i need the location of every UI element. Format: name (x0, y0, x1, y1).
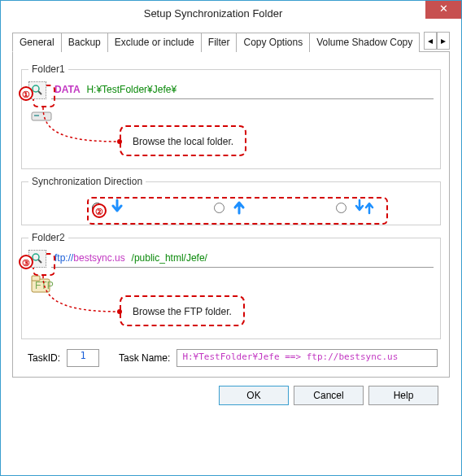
arrow-updown-icon (354, 199, 375, 215)
annotation-box-1: Browse the local folder. (120, 125, 246, 156)
sync-option-up[interactable] (210, 199, 246, 215)
taskid-input[interactable]: 1 (67, 349, 99, 367)
svg-line-2 (38, 91, 41, 94)
close-button[interactable]: ✕ (425, 1, 461, 19)
dialog-button-row: OK Cancel Help (12, 378, 450, 405)
ok-button[interactable]: OK (219, 386, 289, 405)
tab-backup[interactable]: Backup (61, 33, 108, 52)
annotation-text-1: Browse the local folder. (133, 136, 233, 147)
folder1-legend: Folder1 (28, 63, 68, 75)
tab-scroll: ◂ ▸ (424, 32, 450, 51)
annotation-marker-1: ① (19, 86, 33, 101)
dialog-window: Setup Synchronization Folder ✕ General B… (0, 0, 462, 476)
folder1-path-label: DATA (54, 84, 81, 95)
ftp-icon: FTP (30, 274, 53, 295)
arrow-up-icon (232, 199, 246, 215)
folder1-path-input[interactable]: DATA H:¥TestFolder¥Jefe¥ (51, 81, 434, 99)
sync-radio-up[interactable] (214, 203, 224, 213)
sync-option-both[interactable] (332, 199, 375, 215)
svg-line-7 (38, 260, 41, 263)
taskname-input[interactable]: H:¥TestFolder¥Jefe ==> ftp://bestsync.us (177, 349, 438, 367)
annotation-marker-3: ③ (19, 255, 33, 269)
sync-direction-group: Synchronization Direction ② (21, 176, 441, 225)
sync-radio-both[interactable] (336, 203, 346, 213)
window-title: Setup Synchronization Folder (1, 7, 425, 20)
task-row: TaskID: 1 Task Name: H:¥TestFolder¥Jefe … (28, 349, 438, 367)
annotation-marker-2: ② (92, 203, 107, 218)
folder1-path-value: H:¥TestFolder¥Jefe¥ (86, 84, 177, 95)
tab-exclude[interactable]: Exclude or include (107, 33, 202, 52)
tab-scroll-left[interactable]: ◂ (424, 32, 437, 50)
sync-direction-legend: Synchronization Direction (28, 176, 146, 187)
help-button[interactable]: Help (368, 386, 438, 405)
svg-point-1 (33, 85, 39, 92)
folder1-group: Folder1 ① DATA H:¥TestFolder¥Jefe¥ (21, 63, 441, 169)
tab-scroll-right[interactable]: ▸ (437, 32, 450, 50)
tab-filter[interactable]: Filter (201, 33, 238, 52)
svg-rect-4 (34, 115, 39, 116)
search-icon (32, 85, 43, 96)
folder2-path-scheme: ftp:// (54, 252, 73, 264)
tab-vss[interactable]: Volume Shadow Copy (309, 33, 420, 52)
folder1-path-row: DATA H:¥TestFolder¥Jefe¥ (28, 81, 434, 99)
folder2-path-path: /public_html/Jefe/ (132, 252, 207, 264)
dialog-body: General Backup Exclude or include Filter… (1, 25, 461, 415)
annotation-text-3: Browse the FTP folder. (133, 306, 232, 317)
folder2-path-row: ftp://bestsync.us /public_html/Jefe/ (28, 250, 434, 268)
tab-strip: General Backup Exclude or include Filter… (12, 32, 450, 52)
tab-panel-general: Folder1 ① DATA H:¥TestFolder¥Jefe¥ (12, 52, 450, 378)
drive-icon (30, 106, 53, 127)
arrow-down-icon (110, 199, 124, 215)
folder2-legend: Folder2 (28, 232, 68, 243)
tab-general[interactable]: General (12, 33, 62, 52)
svg-text:FTP: FTP (35, 280, 54, 291)
search-icon (32, 253, 43, 264)
svg-point-6 (33, 254, 39, 260)
folder2-group: Folder2 ③ ftp://bestsync.us /public_html… (21, 232, 441, 339)
taskname-label: Task Name: (119, 352, 170, 364)
folder2-path-host: bestsync.us (73, 252, 124, 264)
folder2-path-input[interactable]: ftp://bestsync.us /public_html/Jefe/ (51, 250, 434, 268)
title-bar: Setup Synchronization Folder ✕ (1, 1, 461, 25)
cancel-button[interactable]: Cancel (294, 386, 364, 405)
sync-direction-radios (28, 194, 434, 220)
annotation-box-3: Browse the FTP folder. (120, 295, 245, 326)
taskid-label: TaskID: (28, 352, 60, 364)
tab-copy-options[interactable]: Copy Options (236, 33, 310, 52)
